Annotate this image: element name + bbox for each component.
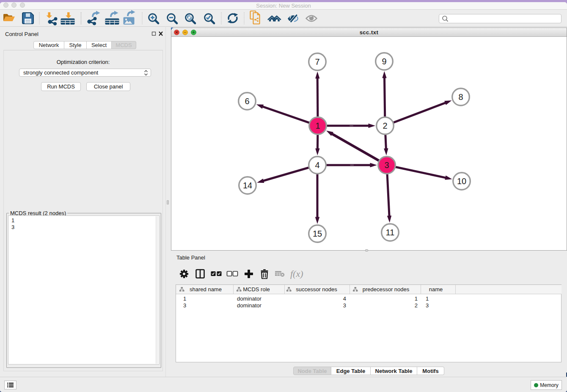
svg-text:10: 10 (457, 177, 466, 186)
svg-text:3: 3 (343, 302, 346, 309)
svg-text:shared name: shared name (190, 286, 222, 293)
svg-text:1: 1 (183, 295, 186, 302)
svg-text:8: 8 (458, 92, 463, 102)
svg-text:2: 2 (415, 302, 418, 309)
svg-text:1: 1 (415, 295, 418, 302)
svg-text:7: 7 (315, 57, 319, 66)
svg-text:3: 3 (183, 302, 186, 309)
svg-text:predecessor nodes: predecessor nodes (363, 286, 410, 293)
svg-text:f(x): f(x) (290, 268, 303, 279)
svg-text:MCDS role: MCDS role (243, 286, 270, 293)
svg-text:4: 4 (343, 295, 346, 302)
svg-text:name: name (429, 286, 443, 293)
svg-text:15: 15 (313, 229, 322, 238)
svg-text:2: 2 (383, 121, 387, 130)
svg-text:14: 14 (243, 181, 252, 190)
svg-text:3: 3 (426, 302, 429, 309)
svg-text:successor nodes: successor nodes (296, 286, 337, 293)
svg-text:3: 3 (384, 160, 389, 170)
svg-text:6: 6 (245, 97, 249, 106)
svg-text:dominator: dominator (237, 302, 261, 309)
svg-text:1: 1 (426, 295, 429, 302)
svg-text:9: 9 (382, 57, 386, 66)
svg-text:1: 1 (315, 121, 320, 130)
svg-text:4: 4 (315, 160, 319, 170)
svg-text:dominator: dominator (237, 295, 261, 302)
svg-text:11: 11 (386, 228, 395, 237)
